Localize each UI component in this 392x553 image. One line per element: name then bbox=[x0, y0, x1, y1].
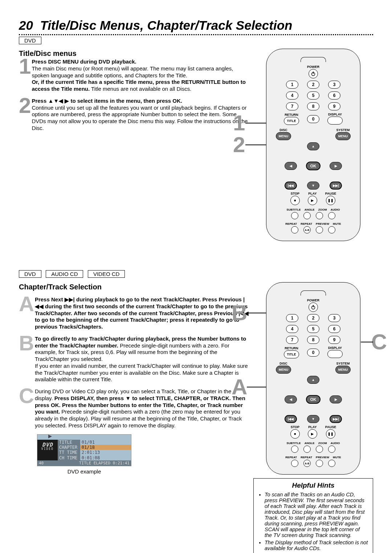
power-icon bbox=[309, 302, 318, 312]
osd-example: DVD VIDEO TITLE01/01 CHAPTER01/18 TT TIM… bbox=[37, 434, 131, 467]
num-6: 6 bbox=[328, 92, 340, 99]
num-0: 0 bbox=[307, 349, 319, 357]
callout-line bbox=[247, 313, 269, 313]
ok-button: OK bbox=[306, 395, 320, 404]
power-icon bbox=[309, 69, 318, 78]
step-letter-a: A bbox=[19, 296, 34, 312]
prev-icon: |◀◀ bbox=[285, 415, 297, 423]
num-2: 2 bbox=[307, 81, 319, 89]
page-title: 20 Title/Disc Menus, Chapter/Track Selec… bbox=[19, 18, 373, 33]
num-1: 1 bbox=[286, 81, 298, 89]
num-6: 6 bbox=[328, 325, 340, 333]
num-3: 3 bbox=[328, 314, 340, 322]
step-number-1: 1 bbox=[19, 58, 31, 75]
step-1-lead: Press DISC MENU during DVD playback. bbox=[32, 58, 136, 65]
num-5: 5 bbox=[307, 92, 319, 99]
right-arrow-icon: ▶ bbox=[330, 162, 342, 170]
section-title-2: Chapter/Track Selection bbox=[19, 283, 249, 291]
up-arrow-icon: ▲ bbox=[307, 142, 319, 150]
media-tag-videocd: VIDEO CD bbox=[88, 270, 125, 278]
audio-button bbox=[328, 446, 335, 453]
media-tag-dvd: DVD bbox=[19, 270, 41, 278]
callout-a: A bbox=[232, 374, 247, 399]
num-1: 1 bbox=[286, 314, 298, 322]
left-arrow-icon: ◀ bbox=[285, 395, 297, 403]
right-arrow-icon: ▶ bbox=[330, 395, 342, 403]
step-letter-c: C bbox=[19, 387, 34, 404]
display-button bbox=[327, 117, 343, 125]
repeat-button bbox=[291, 226, 298, 233]
left-arrow-icon: ◀ bbox=[285, 162, 297, 170]
callout-line bbox=[361, 342, 373, 342]
num-0: 0 bbox=[307, 115, 319, 123]
pause-icon: ❚❚ bbox=[326, 196, 335, 205]
stop-icon: ■ bbox=[290, 429, 300, 439]
play-icon: ▶ bbox=[308, 196, 317, 205]
audio-button bbox=[328, 212, 335, 219]
stop-icon: ■ bbox=[290, 196, 300, 205]
prev-icon: |◀◀ bbox=[285, 182, 297, 190]
hints-title: Helpful Hints bbox=[258, 481, 368, 489]
hint-item: To scan all the Tracks on an Audio CD, p… bbox=[265, 492, 368, 538]
num-9: 9 bbox=[328, 336, 340, 344]
next-icon: ▶▶| bbox=[330, 415, 342, 423]
play-icon bbox=[48, 435, 52, 438]
divider bbox=[19, 34, 373, 35]
step-c-text: Precede single-digit numbers with a zero… bbox=[35, 408, 242, 428]
subtitle-button bbox=[291, 446, 298, 453]
num-5: 5 bbox=[307, 325, 319, 333]
play-icon: ▶ bbox=[308, 429, 317, 439]
callout-b: B bbox=[232, 300, 247, 325]
num-7: 7 bbox=[286, 336, 298, 344]
down-arrow-icon: ▼ bbox=[307, 182, 319, 190]
zoom-button bbox=[316, 446, 323, 453]
dvd-logo: DVD VIDEO bbox=[37, 440, 58, 461]
media-tag-audiocd: AUDIO CD bbox=[46, 270, 83, 278]
callout-line bbox=[245, 123, 268, 123]
step-2-lead: Press ▲▼◀ ▶ to select items in the menu,… bbox=[32, 98, 182, 104]
callout-c: C bbox=[371, 329, 387, 354]
osd-caption: DVD example bbox=[37, 468, 131, 475]
angle-button bbox=[303, 212, 311, 219]
num-2: 2 bbox=[307, 314, 319, 322]
preview-button bbox=[316, 226, 323, 233]
step-1-text: The main Disc menu (or Root menu) will a… bbox=[32, 65, 233, 78]
section-title: Title/Disc menus bbox=[19, 49, 249, 58]
mute-button bbox=[328, 460, 335, 467]
down-arrow-icon: ▼ bbox=[307, 415, 319, 423]
disc-menu-button: MENU bbox=[276, 132, 291, 140]
num-7: 7 bbox=[286, 102, 298, 110]
display-button bbox=[327, 350, 343, 358]
next-icon: ▶▶| bbox=[330, 182, 342, 190]
svg-marker-2 bbox=[48, 435, 52, 438]
preview-button bbox=[316, 460, 323, 467]
mute-button bbox=[328, 226, 335, 233]
step-2-text: Continue until you set up all the featur… bbox=[32, 105, 248, 131]
return-title-button: TITLE bbox=[284, 350, 299, 358]
subtitle-button bbox=[291, 212, 298, 219]
repeat-ab-button: A-B bbox=[303, 460, 311, 467]
repeat-button bbox=[291, 460, 298, 467]
num-8: 8 bbox=[307, 336, 319, 344]
helpful-hints-box: Helpful Hints To scan all the Tracks on … bbox=[253, 478, 373, 553]
disc-menu-button: MENU bbox=[276, 366, 291, 374]
angle-button bbox=[303, 446, 311, 453]
hint-item: The Display method of Track selection is… bbox=[265, 540, 368, 551]
step-number-2: 2 bbox=[19, 97, 31, 114]
ok-button: OK bbox=[306, 162, 320, 170]
zoom-button bbox=[316, 212, 323, 219]
repeat-ab-button: A-B bbox=[303, 226, 311, 233]
step-1-text2: Title menus are not available on all Dis… bbox=[91, 86, 191, 92]
pause-icon: ❚❚ bbox=[326, 429, 335, 439]
remote-illustration-2: POWER 1 2 3 4 5 6 7 8 9 RETURNTITLE 0 DI… bbox=[266, 282, 360, 475]
media-tag-dvd: DVD bbox=[19, 37, 41, 44]
num-9: 9 bbox=[328, 102, 340, 110]
step-b-text2: If you enter an invalid number, the curr… bbox=[35, 363, 248, 383]
remote-illustration: POWER 1 2 3 4 5 6 7 8 9 RETURNTITLE 0 DI… bbox=[266, 49, 360, 241]
return-title-button: TITLE bbox=[284, 117, 299, 125]
num-3: 3 bbox=[328, 81, 340, 89]
step-letter-b: B bbox=[19, 335, 34, 351]
up-arrow-icon: ▲ bbox=[307, 376, 319, 384]
num-8: 8 bbox=[307, 102, 319, 110]
num-4: 4 bbox=[286, 325, 298, 333]
